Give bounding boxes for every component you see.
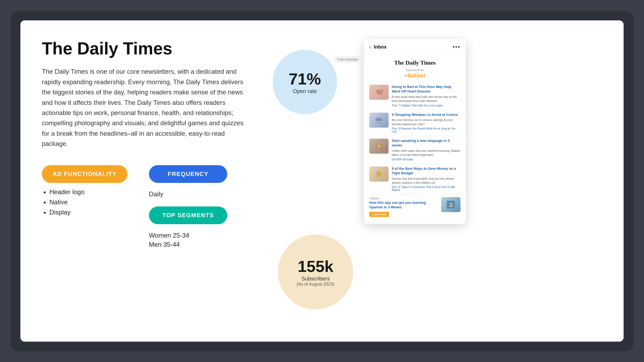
outer-frame: The Daily Times The Daily Times is one o… [11, 11, 633, 351]
pub-example-badge: Pub example [335, 56, 361, 62]
bottom-info: AD FUNCTIONALITY Header logo Native Disp… [42, 165, 262, 248]
article-thumb-4: 💰 [369, 167, 389, 182]
left-section: The Daily Times The Daily Times is one o… [42, 39, 262, 326]
article-item-4: 💰 9 of the Best Ways to Save Money on a … [369, 164, 460, 195]
article-content-4: 9 of the Best Ways to Save Money on a Ti… [392, 167, 460, 192]
frequency-button[interactable]: FREQUENCY [149, 165, 227, 183]
svg-text:🏖️: 🏖️ [449, 202, 453, 207]
article-item-2: COSTCO 9 Shopping Mistakes to Avoid at C… [369, 110, 460, 136]
article-content-3: Start speaking a new language in 3 weeks… [392, 139, 460, 161]
article-thumb-1 [369, 85, 389, 100]
article-plus-1: Plus: 7 Hobbies That Help You Live Longe… [392, 104, 460, 107]
frequency-value: Daily [149, 190, 227, 198]
inner-card: The Daily Times The Daily Times is one o… [20, 20, 624, 342]
article-desc-2: Are you missing out on serious savings a… [392, 118, 460, 126]
svg-text:COSTCO: COSTCO [375, 120, 383, 123]
segment-women: Women 25-34 [149, 232, 227, 239]
article-plus-3: Get 60% off today [392, 158, 460, 161]
sponsored-article-title: How this app can get you learning Spanis… [369, 201, 438, 210]
ad-functionality-button[interactable]: AD FUNCTIONALITY [42, 165, 127, 183]
subscribers-value: 155k [298, 257, 333, 276]
open-rate-circle: 71% Open rate [273, 50, 337, 114]
content-area: The Daily Times The Daily Times is one o… [42, 39, 602, 326]
page-title: The Daily Times [42, 39, 262, 58]
article-title-1: Going to Bed at This Hour May Help Ward … [392, 85, 460, 94]
segments-values: Women 25-34 Men 35-44 [149, 232, 227, 248]
svg-rect-1 [376, 117, 382, 120]
article-content-1: Going to Bed at This Hour May Help Ward … [392, 85, 460, 107]
open-rate-value: 71% [289, 70, 321, 88]
frequency-segments-section: FREQUENCY Daily TOP SEGMENTS Women 25-34… [149, 165, 227, 248]
article-list: Going to Bed at This Hour May Help Ward … [369, 82, 460, 220]
learn-more-button[interactable]: Learn more [369, 212, 389, 217]
ad-item-header-logo: Header logo [49, 188, 127, 196]
back-arrow-icon[interactable]: ‹ [369, 44, 371, 50]
article-desc-3: Unlike other apps that use machine learn… [392, 149, 460, 157]
babbel-logo: +Babbel [369, 73, 460, 79]
article-thumb-3: 😊 [369, 139, 389, 154]
email-body: The Daily Times Sponsored by +Babbel Goi… [364, 55, 466, 224]
article-title-4: 9 of the Best Ways to Save Money on a Ti… [392, 167, 460, 176]
open-rate-label: Open rate [293, 88, 317, 94]
svg-text:😊: 😊 [377, 144, 381, 148]
email-header: ‹ Inbox ••• [364, 39, 466, 55]
ad-functionality-section: AD FUNCTIONALITY Header logo Native Disp… [42, 165, 127, 216]
page-description: The Daily Times is one of our core newsl… [42, 67, 246, 149]
inbox-label: Inbox [374, 44, 387, 50]
more-dots-icon[interactable]: ••• [453, 43, 460, 50]
article-desc-1: A new study finds that folks who hit the… [392, 95, 460, 103]
article-thumb-2: COSTCO [369, 113, 389, 128]
article-plus-4: Plus: 8 Types of Companies That Look at … [392, 186, 460, 191]
subscribers-label: Subscribers [301, 276, 330, 282]
article-title-2: 9 Shopping Mistakes to Avoid at Costco [392, 113, 460, 117]
article-item-1: Going to Bed at This Hour May Help Ward … [369, 82, 460, 110]
sponsored-label-small: +Babbel [369, 197, 438, 200]
article-item-3: 😊 Start speaking a new language in 3 wee… [369, 136, 460, 164]
sponsored-article: +Babbel How this app can get you learnin… [369, 194, 460, 220]
article-desc-4: Saving may feel impossible, but you can … [392, 177, 460, 185]
newsletter-title: The Daily Times [369, 59, 460, 66]
ad-item-native: Native [49, 198, 127, 206]
svg-text:💰: 💰 [377, 172, 382, 176]
email-preview: ‹ Inbox ••• The Daily Times Sponsored by… [364, 39, 466, 224]
ad-item-display: Display [49, 209, 127, 216]
sponsored-thumb: 🏖️ [441, 197, 460, 212]
article-plus-2: Plus: 5 Reasons You Should Work for as L… [392, 127, 460, 133]
article-title-3: Start speaking a new language in 3 weeks [392, 139, 460, 148]
subscribers-sublabel: (As of August 2023) [297, 282, 335, 287]
top-segments-button[interactable]: TOP SEGMENTS [149, 206, 227, 224]
sponsored-by-label: Sponsored by [369, 68, 460, 72]
segment-men: Men 35-44 [149, 241, 227, 248]
sponsored-content: +Babbel How this app can get you learnin… [369, 197, 438, 217]
email-header-left: ‹ Inbox [369, 44, 387, 50]
ad-items-list: Header logo Native Display [42, 188, 127, 216]
subscribers-circle: 155k Subscribers (As of August 2023) [278, 234, 353, 309]
article-content-2: 9 Shopping Mistakes to Avoid at Costco A… [392, 113, 460, 133]
right-section: 71% Open rate 155k Subscribers (As of Au… [273, 39, 466, 326]
